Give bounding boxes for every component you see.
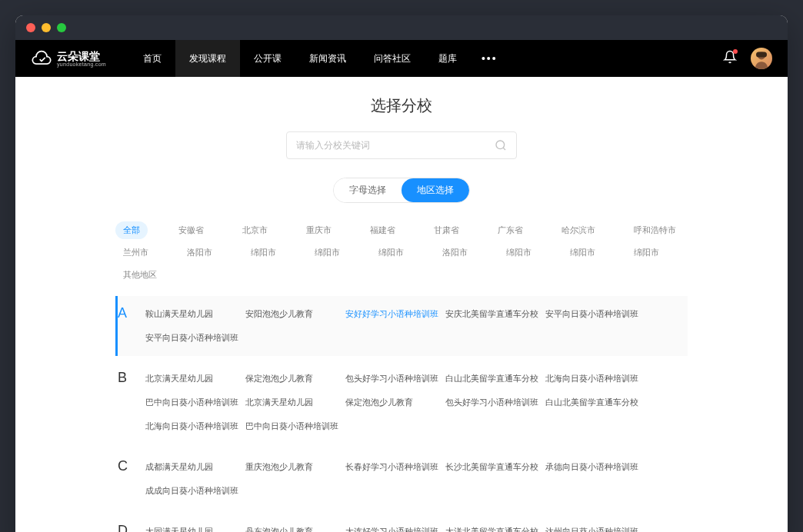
- school-item[interactable]: 北京满天星幼儿园: [142, 367, 242, 391]
- school-item[interactable]: 保定泡泡少儿教育: [242, 367, 342, 391]
- school-list: A鞍山满天星幼儿园安阳泡泡少儿教育安好好学习小语种培训班安庆北美留学直通车分校安…: [15, 296, 788, 532]
- region-chip[interactable]: 广东省: [490, 221, 531, 239]
- region-chip[interactable]: 哈尔滨市: [554, 221, 603, 239]
- search-wrap: [15, 131, 788, 159]
- letter-group-C: C成都满天星幼儿园重庆泡泡少儿教育长春好学习小语种培训班长沙北美留学直通车分校承…: [115, 449, 688, 509]
- region-chip[interactable]: 绵阳市: [498, 244, 539, 261]
- letter-label: C: [118, 449, 142, 509]
- letter-group-D: D大同满天星幼儿园丹东泡泡少儿教育大连好学习小语种培训班大洋北美留学直通车分校达…: [115, 514, 688, 532]
- nav-item-2[interactable]: 公开课: [240, 40, 295, 77]
- notifications-button[interactable]: [723, 50, 737, 67]
- minimize-dot[interactable]: [42, 23, 51, 32]
- nav-more[interactable]: •••: [471, 52, 508, 65]
- region-chip[interactable]: 绵阳市: [243, 244, 284, 261]
- school-item[interactable]: 长沙北美留学直通车分校: [442, 455, 542, 479]
- letter-label: A: [118, 296, 142, 356]
- region-chip[interactable]: 洛阳市: [435, 244, 475, 261]
- avatar[interactable]: [751, 48, 772, 69]
- schools-row: 鞍山满天星幼儿园安阳泡泡少儿教育安好好学习小语种培训班安庆北美留学直通车分校安平…: [142, 296, 688, 356]
- school-item[interactable]: 北海向日葵小语种培训班: [142, 414, 242, 438]
- school-item[interactable]: 大同满天星幼儿园: [142, 520, 242, 532]
- close-dot[interactable]: [26, 23, 35, 32]
- school-item[interactable]: 包头好学习小语种培训班: [342, 367, 442, 391]
- schools-row: 北京满天星幼儿园保定泡泡少儿教育包头好学习小语种培训班白山北美留学直通车分校北海…: [142, 361, 688, 444]
- school-item[interactable]: 成都满天星幼儿园: [142, 455, 242, 479]
- nav-item-0[interactable]: 首页: [129, 40, 175, 77]
- school-item[interactable]: 安平向日葵小语种培训班: [542, 302, 642, 326]
- nav-right: [723, 48, 772, 69]
- region-chip[interactable]: 安徽省: [171, 221, 212, 239]
- letter-group-B: B北京满天星幼儿园保定泡泡少儿教育包头好学习小语种培训班白山北美留学直通车分校北…: [115, 361, 688, 444]
- region-chip[interactable]: 重庆市: [298, 221, 339, 239]
- school-item[interactable]: 白山北美留学直通车分校: [442, 367, 542, 391]
- toggle-wrap: 字母选择地区选择: [15, 178, 788, 203]
- region-chip[interactable]: 洛阳市: [179, 244, 220, 261]
- region-chip[interactable]: 呼和浩特市: [626, 221, 684, 239]
- school-item[interactable]: 达州向日葵小语种培训班: [542, 520, 642, 532]
- region-chip[interactable]: 甘肃省: [426, 221, 467, 239]
- region-chip[interactable]: 福建省: [362, 221, 403, 239]
- schools-row: 成都满天星幼儿园重庆泡泡少儿教育长春好学习小语种培训班长沙北美留学直通车分校承德…: [142, 449, 688, 509]
- nav-item-3[interactable]: 新闻资讯: [295, 40, 360, 77]
- app-window: 云朵课堂 yunduoketang.com 首页发现课程公开课新闻资讯问答社区题…: [15, 15, 788, 532]
- letter-group-A: A鞍山满天星幼儿园安阳泡泡少儿教育安好好学习小语种培训班安庆北美留学直通车分校安…: [115, 296, 688, 356]
- nav-items: 首页发现课程公开课新闻资讯问答社区题库: [129, 40, 471, 77]
- region-chip[interactable]: 绵阳市: [307, 244, 348, 261]
- logo-text: 云朵课堂: [57, 51, 106, 62]
- region-filter: 全部安徽省北京市重庆市福建省甘肃省广东省哈尔滨市呼和浩特市兰州市洛阳市绵阳市绵阳…: [15, 221, 788, 296]
- search-icon[interactable]: [495, 139, 507, 151]
- notification-dot: [733, 49, 738, 54]
- nav-item-5[interactable]: 题库: [425, 40, 471, 77]
- school-item[interactable]: 安好好学习小语种培训班: [342, 302, 442, 326]
- school-item[interactable]: 巴中向日葵小语种培训班: [142, 391, 242, 414]
- svg-point-2: [496, 141, 505, 149]
- region-chip[interactable]: 绵阳市: [626, 244, 667, 261]
- school-item[interactable]: 北海向日葵小语种培训班: [542, 367, 642, 391]
- letter-label: B: [118, 361, 142, 444]
- letter-label: D: [118, 514, 142, 532]
- school-item[interactable]: 安阳泡泡少儿教育: [242, 302, 342, 326]
- toggle-1[interactable]: 地区选择: [402, 178, 469, 202]
- school-item[interactable]: 包头好学习小语种培训班: [442, 391, 542, 414]
- school-item[interactable]: 北京满天星幼儿园: [242, 391, 342, 414]
- region-chip[interactable]: 绵阳市: [562, 244, 603, 261]
- school-item[interactable]: 安平向日葵小语种培训班: [142, 326, 242, 350]
- school-item[interactable]: 承德向日葵小语种培训班: [542, 455, 642, 479]
- search-box: [286, 131, 517, 159]
- region-chip[interactable]: 其他地区: [115, 266, 165, 284]
- cloud-icon: [31, 48, 52, 69]
- logo-sub: yunduoketang.com: [57, 62, 106, 67]
- view-toggle: 字母选择地区选择: [333, 178, 470, 203]
- nav-item-4[interactable]: 问答社区: [360, 40, 425, 77]
- school-item[interactable]: 长春好学习小语种培训班: [342, 455, 442, 479]
- toggle-0[interactable]: 字母选择: [334, 178, 402, 202]
- school-item[interactable]: 成成向日葵小语种培训班: [142, 479, 242, 503]
- school-item[interactable]: 安庆北美留学直通车分校: [442, 302, 542, 326]
- school-item[interactable]: 保定泡泡少儿教育: [342, 391, 442, 414]
- content: 选择分校 字母选择地区选择 全部安徽省北京市重庆市福建省甘肃省广东省哈尔滨市呼和…: [15, 77, 788, 532]
- school-item[interactable]: 鞍山满天星幼儿园: [142, 302, 242, 326]
- school-item[interactable]: 丹东泡泡少儿教育: [242, 520, 342, 532]
- region-chip[interactable]: 兰州市: [115, 244, 156, 261]
- region-chip[interactable]: 绵阳市: [371, 244, 411, 261]
- titlebar: [15, 15, 788, 40]
- top-nav: 云朵课堂 yunduoketang.com 首页发现课程公开课新闻资讯问答社区题…: [15, 40, 788, 77]
- school-item[interactable]: 重庆泡泡少儿教育: [242, 455, 342, 479]
- school-item[interactable]: 大洋北美留学直通车分校: [442, 520, 542, 532]
- page-title: 选择分校: [15, 95, 788, 116]
- region-chip[interactable]: 全部: [115, 221, 148, 239]
- logo[interactable]: 云朵课堂 yunduoketang.com: [31, 48, 106, 69]
- svg-rect-1: [756, 52, 767, 58]
- school-item[interactable]: 巴中向日葵小语种培训班: [242, 414, 342, 438]
- school-item[interactable]: 大连好学习小语种培训班: [342, 520, 442, 532]
- nav-item-1[interactable]: 发现课程: [175, 40, 240, 77]
- school-item[interactable]: 白山北美留学直通车分校: [542, 391, 642, 414]
- schools-row: 大同满天星幼儿园丹东泡泡少儿教育大连好学习小语种培训班大洋北美留学直通车分校达州…: [142, 514, 688, 532]
- maximize-dot[interactable]: [57, 23, 66, 32]
- region-chip[interactable]: 北京市: [235, 221, 275, 239]
- search-input[interactable]: [296, 140, 495, 151]
